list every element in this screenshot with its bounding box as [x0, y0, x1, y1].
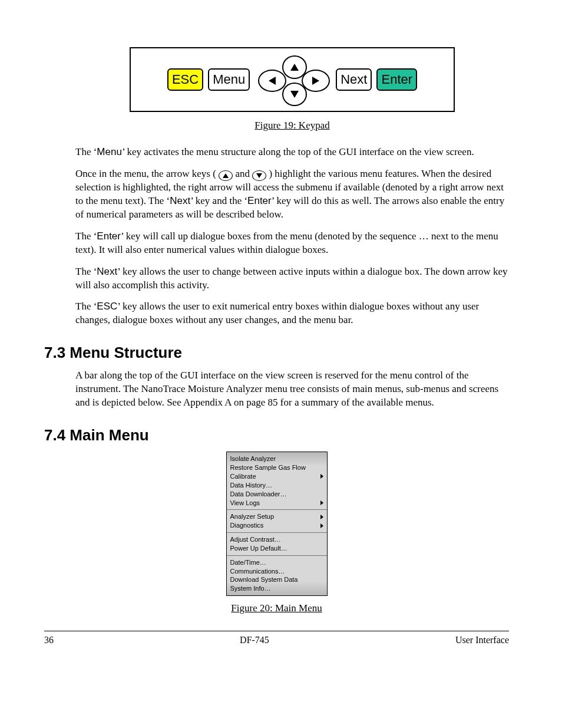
menu-item: Calibrate: [230, 472, 323, 481]
menu-item: Adjust Contrast…: [230, 535, 323, 544]
arrow-right-key: [302, 70, 330, 92]
arrow-left-key: [258, 70, 286, 92]
menu-item: Data Downloader…: [230, 490, 323, 499]
menu-item: Communications…: [230, 567, 323, 576]
menu-item: Date/Time…: [230, 558, 323, 567]
menu-item: Data History…: [230, 481, 323, 490]
inline-up-arrow-icon: [219, 170, 233, 181]
menu-item: Isolate Analyzer: [230, 454, 323, 463]
menu-item: System Info…: [230, 584, 323, 593]
esc-key: ESC: [167, 68, 203, 91]
menu-key: Menu: [208, 68, 250, 91]
figure-20-caption: Figure 20: Main Menu: [44, 602, 509, 615]
menu-item: Analyzer Setup: [230, 512, 323, 521]
paragraph-enter-key: The ‘Enter’ key will call up dialogue bo…: [75, 230, 509, 257]
paragraph-esc-key: The ‘ESC’ key allows the user to exit nu…: [75, 300, 509, 327]
menu-item: Download System Data: [230, 575, 323, 584]
arrow-cluster: [254, 59, 331, 100]
figure-19-caption: Figure 19: Keypad: [75, 119, 509, 133]
next-key: Next: [336, 68, 372, 91]
paragraph-7-3: A bar along the top of the GUI interface…: [75, 369, 509, 410]
footer-doc-id: DF-745: [240, 634, 269, 647]
submenu-arrow-icon: [320, 523, 323, 528]
inline-down-arrow-icon: [252, 170, 266, 181]
submenu-arrow-icon: [320, 515, 323, 519]
heading-7-4: 7.4 Main Menu: [44, 425, 509, 446]
footer-section: User Interface: [455, 634, 509, 647]
enter-key: Enter: [376, 68, 417, 91]
submenu-arrow-icon: [320, 500, 323, 505]
menu-item: Diagnostics: [230, 521, 323, 530]
heading-7-3: 7.3 Menu Structure: [44, 342, 509, 363]
menu-item: Restore Sample Gas Flow: [230, 463, 323, 472]
main-menu-screenshot: Isolate Analyzer Restore Sample Gas Flow…: [226, 452, 328, 596]
footer-page-number: 36: [44, 634, 54, 647]
submenu-arrow-icon: [320, 474, 323, 479]
page-footer: 36 DF-745 User Interface: [44, 634, 509, 647]
menu-item: View Logs: [230, 499, 323, 508]
keypad-diagram: ESC Menu Next Enter: [130, 47, 455, 112]
paragraph-arrow-keys: Once in the menu, the arrow keys ( and )…: [75, 167, 509, 222]
paragraph-menu-key: The ‘Menu’ key activates the menu struct…: [75, 146, 509, 159]
footer-rule: [44, 631, 509, 631]
menu-item: Power Up Default…: [230, 544, 323, 553]
paragraph-next-key: The ‘Next’ key allows the user to change…: [75, 265, 509, 292]
